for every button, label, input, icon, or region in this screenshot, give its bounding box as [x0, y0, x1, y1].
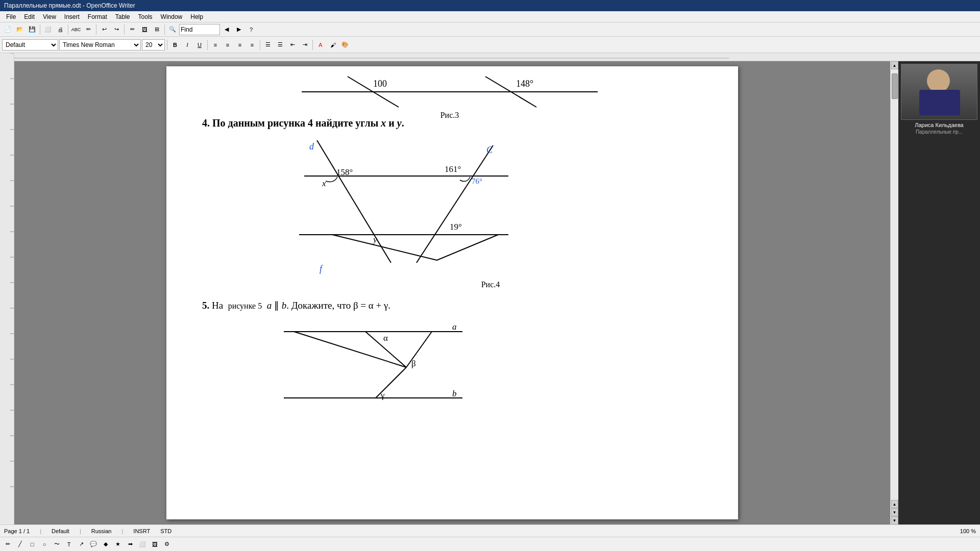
menu-file[interactable]: File: [2, 13, 20, 20]
basic-shapes-button[interactable]: ◆: [100, 539, 111, 550]
help-button[interactable]: ?: [246, 24, 257, 35]
insert-table-button[interactable]: ⊞: [151, 24, 162, 35]
find-prev-button[interactable]: ◀: [221, 24, 232, 35]
align-left-button[interactable]: ≡: [210, 39, 221, 51]
svg-line-32: [437, 235, 498, 260]
find-next-button[interactable]: ▶: [233, 24, 244, 35]
find-button[interactable]: 🔍: [167, 24, 178, 35]
svg-text:148°: 148°: [516, 79, 533, 89]
drawing-toolbar: ✏ ╱ □ ○ 〜 T ↗ 💬 ◆ ★ ➡ ⬜ 🖼 ⚙: [0, 537, 980, 551]
figure4-svg: d a b C 158° 161°: [243, 135, 508, 278]
font-color-button[interactable]: A: [315, 39, 326, 51]
open-button[interactable]: 📂: [14, 24, 26, 35]
new-button[interactable]: 📄: [2, 24, 13, 35]
video-box: [901, 64, 977, 120]
zoom-level: 100 %: [960, 528, 976, 534]
menu-insert[interactable]: Insert: [60, 13, 84, 20]
menu-view[interactable]: View: [39, 13, 60, 20]
title-bar: Параллельные прямые.odt - OpenOffice Wri…: [0, 0, 980, 11]
spellcheck-button[interactable]: ABC: [70, 24, 82, 35]
separator-1: [40, 24, 40, 35]
page-info: Page 1 / 1: [4, 528, 30, 534]
italic-button[interactable]: I: [182, 39, 193, 51]
svg-text:γ: γ: [380, 390, 385, 400]
fig4-caption: Рис.4: [284, 280, 697, 289]
line-tool-button[interactable]: ╱: [14, 539, 26, 550]
style-select[interactable]: Default: [2, 39, 58, 51]
ordered-list-button[interactable]: ☰: [275, 39, 286, 51]
align-center-button[interactable]: ≡: [222, 39, 233, 51]
menu-help[interactable]: Help: [186, 13, 207, 20]
symbol-shapes-button[interactable]: ★: [112, 539, 124, 550]
svg-text:β: β: [411, 359, 416, 368]
menu-format[interactable]: Format: [84, 13, 111, 20]
right-scrollbar[interactable]: ▲ ▲ ▼ ▼: [890, 61, 898, 524]
ellipse-tool-button[interactable]: ○: [39, 539, 50, 550]
text-tool-button[interactable]: T: [63, 539, 75, 550]
print-button[interactable]: 🖨: [55, 24, 66, 35]
separator-4: [124, 24, 125, 35]
vertical-ruler: [0, 53, 14, 524]
svg-text:f: f: [320, 264, 324, 274]
figure5-container: a b α β γ: [263, 316, 697, 420]
menu-tools[interactable]: Tools: [134, 13, 157, 20]
draw-button[interactable]: ✏: [127, 24, 138, 35]
indent-less-button[interactable]: ⇤: [287, 39, 298, 51]
callout-tool-button[interactable]: 💬: [88, 539, 99, 550]
scroll-thumb[interactable]: [892, 73, 898, 99]
indent-more-button[interactable]: ⇥: [299, 39, 310, 51]
svg-text:d: d: [309, 141, 314, 152]
highlight-button[interactable]: 🖌: [327, 39, 338, 51]
menu-window[interactable]: Window: [157, 13, 187, 20]
svg-text:100: 100: [373, 79, 387, 89]
undo-button[interactable]: ↩: [99, 24, 110, 35]
align-right-button[interactable]: ≡: [234, 39, 246, 51]
app-title: Параллельные прямые.odt - OpenOffice Wri…: [4, 2, 135, 9]
separator-f2: [207, 40, 208, 50]
rect-tool-button[interactable]: □: [27, 539, 38, 550]
size-select[interactable]: 20: [142, 39, 165, 51]
redo-button[interactable]: ↪: [111, 24, 122, 35]
svg-rect-19: [14, 53, 729, 61]
insert-picture-button[interactable]: 🖼: [149, 539, 160, 550]
menu-table[interactable]: Table: [111, 13, 134, 20]
scroll-small-up[interactable]: ▲: [891, 500, 898, 508]
pdf-button[interactable]: ⬜: [42, 24, 54, 35]
document-page: 100 148° Рис.3 4. По данным рисунка 4 на…: [166, 66, 738, 519]
svg-text:b: b: [452, 389, 457, 398]
align-justify-button[interactable]: ≡: [247, 39, 258, 51]
separator-5: [164, 24, 165, 35]
menu-edit[interactable]: Edit: [20, 13, 39, 20]
video-panel: Лариса Кильдаева Параллельные пр...: [898, 61, 980, 524]
scroll-down-arrow[interactable]: ▼: [891, 516, 898, 524]
list-button[interactable]: ☰: [262, 39, 274, 51]
separator-2: [68, 24, 68, 35]
svg-text:158°: 158°: [336, 167, 353, 177]
draw-mode-button[interactable]: ✏: [2, 539, 13, 550]
save-button[interactable]: 💾: [27, 24, 38, 35]
toolbar-1: 📄 📂 💾 ⬜ 🖨 ABC ✏ ↩ ↪ ✏ 🖼 ⊞ 🔍 ◀ ▶ ?: [0, 22, 980, 37]
bg-color-button[interactable]: 🎨: [339, 39, 351, 51]
freehand-tool-button[interactable]: 〜: [51, 539, 62, 550]
scroll-small-down[interactable]: ▼: [891, 508, 898, 516]
autocorrect-button[interactable]: ✏: [83, 24, 94, 35]
svg-text:161°: 161°: [445, 164, 461, 174]
font-select[interactable]: Times New Roman: [59, 39, 141, 51]
arrow-shapes-button[interactable]: ➡: [125, 539, 136, 550]
figure5-svg: a b α β γ: [263, 316, 468, 418]
connector-tool-button[interactable]: ↗: [76, 539, 87, 550]
svg-text:C: C: [486, 145, 493, 155]
bold-button[interactable]: B: [169, 39, 181, 51]
document-area[interactable]: 100 148° Рис.3 4. По данным рисунка 4 на…: [14, 61, 890, 524]
underline-button[interactable]: U: [194, 39, 205, 51]
insert-special-button[interactable]: ⚙: [161, 539, 173, 550]
language: Russian: [91, 528, 112, 534]
find-field[interactable]: [179, 24, 220, 35]
doc-style: Default: [52, 528, 69, 534]
separator-f4: [312, 40, 313, 50]
insert-image-button[interactable]: 🖼: [139, 24, 150, 35]
scroll-up-arrow[interactable]: ▲: [891, 61, 898, 69]
separator-f3: [260, 40, 260, 50]
svg-text:76°: 76°: [472, 177, 482, 185]
flowchart-button[interactable]: ⬜: [137, 539, 148, 550]
